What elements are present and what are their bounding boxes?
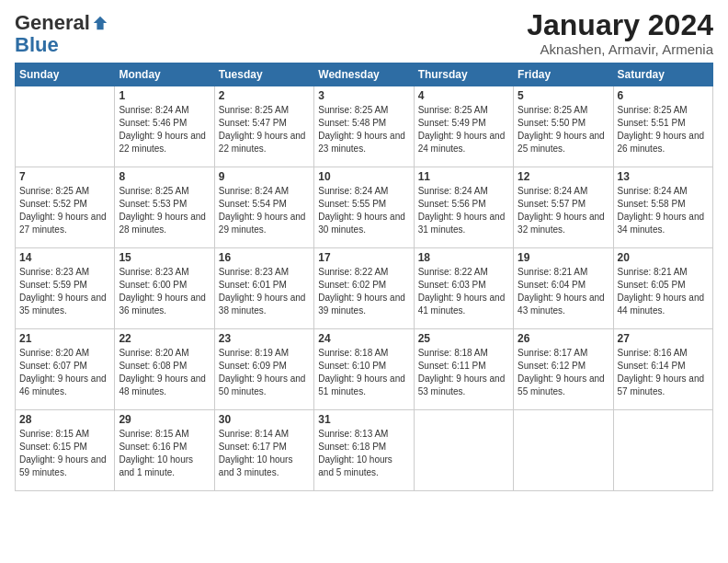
day-info: Sunrise: 8:21 AM Sunset: 6:04 PM Dayligh… (518, 266, 609, 317)
sunset-text: Sunset: 6:07 PM (19, 361, 87, 371)
day-number: 28 (19, 413, 110, 426)
sunrise-text: Sunrise: 8:18 AM (318, 348, 388, 358)
daylight-text: Daylight: 9 hours and 55 minutes. (518, 373, 605, 396)
day-info: Sunrise: 8:25 AM Sunset: 5:48 PM Dayligh… (318, 104, 409, 155)
logo-blue-text: Blue (15, 33, 59, 56)
day-number: 26 (518, 332, 609, 345)
day-info: Sunrise: 8:24 AM Sunset: 5:57 PM Dayligh… (518, 185, 609, 236)
sunrise-text: Sunrise: 8:19 AM (219, 348, 289, 358)
daylight-text: Daylight: 9 hours and 36 minutes. (119, 293, 206, 316)
sunset-text: Sunset: 5:51 PM (618, 118, 686, 128)
sunset-text: Sunset: 5:56 PM (418, 199, 486, 209)
day-info: Sunrise: 8:23 AM Sunset: 6:01 PM Dayligh… (219, 266, 310, 317)
sunrise-text: Sunrise: 8:18 AM (418, 348, 488, 358)
sunset-text: Sunset: 5:53 PM (119, 199, 187, 209)
table-row: 16 Sunrise: 8:23 AM Sunset: 6:01 PM Dayl… (214, 248, 313, 329)
table-row: 18 Sunrise: 8:22 AM Sunset: 6:03 PM Dayl… (414, 248, 513, 329)
table-row: 27 Sunrise: 8:16 AM Sunset: 6:14 PM Dayl… (613, 329, 712, 410)
sunrise-text: Sunrise: 8:24 AM (219, 186, 289, 196)
sunset-text: Sunset: 6:17 PM (219, 442, 287, 452)
sunrise-text: Sunrise: 8:17 AM (518, 348, 587, 358)
table-row: 14 Sunrise: 8:23 AM Sunset: 5:59 PM Dayl… (16, 248, 115, 329)
day-info: Sunrise: 8:24 AM Sunset: 5:55 PM Dayligh… (318, 185, 409, 236)
svg-marker-0 (94, 17, 107, 29)
sunrise-text: Sunrise: 8:24 AM (318, 186, 388, 196)
day-info: Sunrise: 8:23 AM Sunset: 6:00 PM Dayligh… (119, 266, 210, 317)
day-number: 7 (19, 170, 110, 183)
logo-general-text: General (15, 13, 90, 33)
table-row: 28 Sunrise: 8:15 AM Sunset: 6:15 PM Dayl… (16, 410, 115, 491)
sunset-text: Sunset: 6:09 PM (219, 361, 287, 371)
calendar-week-row: 1 Sunrise: 8:24 AM Sunset: 5:46 PM Dayli… (16, 86, 713, 167)
day-info: Sunrise: 8:18 AM Sunset: 6:11 PM Dayligh… (418, 347, 509, 398)
logo-icon (92, 15, 108, 31)
day-info: Sunrise: 8:25 AM Sunset: 5:49 PM Dayligh… (418, 104, 509, 155)
day-number: 6 (618, 89, 709, 102)
table-row: 7 Sunrise: 8:25 AM Sunset: 5:52 PM Dayli… (16, 167, 115, 248)
table-row: 4 Sunrise: 8:25 AM Sunset: 5:49 PM Dayli… (414, 86, 513, 167)
sunset-text: Sunset: 5:48 PM (318, 118, 386, 128)
table-row: 21 Sunrise: 8:20 AM Sunset: 6:07 PM Dayl… (16, 329, 115, 410)
sunrise-text: Sunrise: 8:25 AM (418, 105, 488, 115)
header: General Blue January 2024 Aknashen, Arma… (15, 9, 713, 57)
daylight-text: Daylight: 9 hours and 23 minutes. (318, 131, 405, 154)
day-number: 8 (119, 170, 210, 183)
table-row: 29 Sunrise: 8:15 AM Sunset: 6:16 PM Dayl… (115, 410, 214, 491)
table-row: 25 Sunrise: 8:18 AM Sunset: 6:11 PM Dayl… (414, 329, 513, 410)
sunrise-text: Sunrise: 8:21 AM (618, 267, 688, 277)
table-row: 22 Sunrise: 8:20 AM Sunset: 6:08 PM Dayl… (115, 329, 214, 410)
daylight-text: Daylight: 9 hours and 39 minutes. (318, 293, 405, 316)
day-number: 21 (19, 332, 110, 345)
sunset-text: Sunset: 5:49 PM (418, 118, 486, 128)
daylight-text: Daylight: 9 hours and 24 minutes. (418, 131, 506, 154)
daylight-text: Daylight: 10 hours and 3 minutes. (219, 454, 293, 477)
col-thursday: Thursday (414, 63, 513, 86)
table-row: 30 Sunrise: 8:14 AM Sunset: 6:17 PM Dayl… (214, 410, 313, 491)
sunrise-text: Sunrise: 8:24 AM (119, 105, 188, 115)
day-number: 20 (618, 251, 709, 264)
day-number: 9 (219, 170, 310, 183)
day-number: 12 (518, 170, 609, 183)
col-sunday: Sunday (16, 63, 115, 86)
sunrise-text: Sunrise: 8:13 AM (318, 429, 388, 439)
table-row: 11 Sunrise: 8:24 AM Sunset: 5:56 PM Dayl… (414, 167, 513, 248)
daylight-text: Daylight: 9 hours and 31 minutes. (418, 212, 506, 235)
table-row: 31 Sunrise: 8:13 AM Sunset: 6:18 PM Dayl… (314, 410, 414, 491)
day-info: Sunrise: 8:13 AM Sunset: 6:18 PM Dayligh… (318, 428, 409, 479)
day-info: Sunrise: 8:17 AM Sunset: 6:12 PM Dayligh… (518, 347, 609, 398)
sunrise-text: Sunrise: 8:23 AM (119, 267, 188, 277)
day-info: Sunrise: 8:22 AM Sunset: 6:02 PM Dayligh… (318, 266, 409, 317)
day-number: 10 (318, 170, 409, 183)
sunrise-text: Sunrise: 8:24 AM (618, 186, 688, 196)
day-number: 27 (618, 332, 709, 345)
table-row: 3 Sunrise: 8:25 AM Sunset: 5:48 PM Dayli… (314, 86, 414, 167)
sunset-text: Sunset: 6:02 PM (318, 280, 386, 290)
daylight-text: Daylight: 9 hours and 34 minutes. (618, 212, 705, 235)
daylight-text: Daylight: 9 hours and 41 minutes. (418, 293, 506, 316)
day-info: Sunrise: 8:16 AM Sunset: 6:14 PM Dayligh… (618, 347, 709, 398)
table-row (16, 86, 115, 167)
day-info: Sunrise: 8:25 AM Sunset: 5:53 PM Dayligh… (119, 185, 210, 236)
calendar-header-row: Sunday Monday Tuesday Wednesday Thursday… (16, 63, 713, 86)
sunset-text: Sunset: 6:15 PM (19, 442, 87, 452)
sunrise-text: Sunrise: 8:25 AM (618, 105, 688, 115)
sunset-text: Sunset: 5:52 PM (19, 199, 87, 209)
table-row: 13 Sunrise: 8:24 AM Sunset: 5:58 PM Dayl… (613, 167, 712, 248)
sunrise-text: Sunrise: 8:15 AM (19, 429, 89, 439)
sunrise-text: Sunrise: 8:20 AM (119, 348, 188, 358)
sunset-text: Sunset: 5:47 PM (219, 118, 287, 128)
table-row: 19 Sunrise: 8:21 AM Sunset: 6:04 PM Dayl… (514, 248, 613, 329)
table-row: 6 Sunrise: 8:25 AM Sunset: 5:51 PM Dayli… (613, 86, 712, 167)
table-row: 10 Sunrise: 8:24 AM Sunset: 5:55 PM Dayl… (314, 167, 414, 248)
table-row (414, 410, 513, 491)
table-row: 8 Sunrise: 8:25 AM Sunset: 5:53 PM Dayli… (115, 167, 214, 248)
table-row: 2 Sunrise: 8:25 AM Sunset: 5:47 PM Dayli… (214, 86, 313, 167)
sunrise-text: Sunrise: 8:15 AM (119, 429, 188, 439)
sunset-text: Sunset: 5:59 PM (19, 280, 87, 290)
sunrise-text: Sunrise: 8:25 AM (19, 186, 89, 196)
table-row: 12 Sunrise: 8:24 AM Sunset: 5:57 PM Dayl… (514, 167, 613, 248)
day-number: 5 (518, 89, 609, 102)
sunrise-text: Sunrise: 8:20 AM (19, 348, 89, 358)
day-info: Sunrise: 8:19 AM Sunset: 6:09 PM Dayligh… (219, 347, 310, 398)
table-row: 24 Sunrise: 8:18 AM Sunset: 6:10 PM Dayl… (314, 329, 414, 410)
